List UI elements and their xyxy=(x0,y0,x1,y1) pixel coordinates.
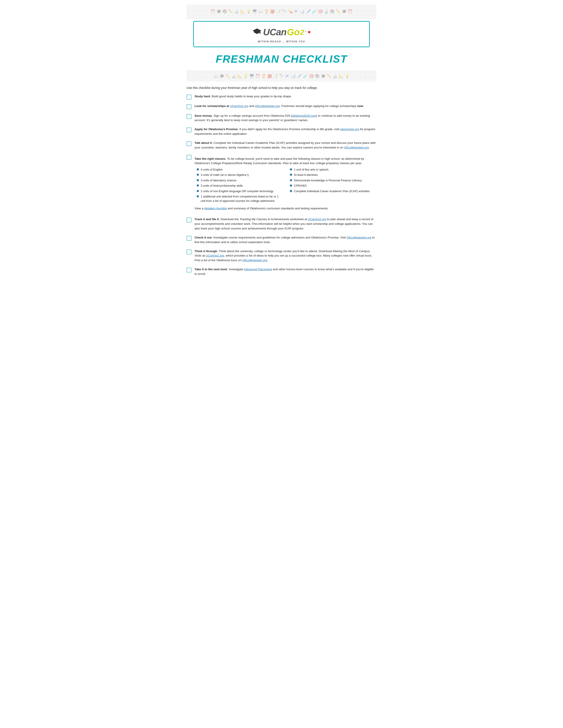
link-oklahoma529[interactable]: oklahoma529.com xyxy=(292,114,316,117)
logo-tagline: WITHIN REACH … WITHIN YOU xyxy=(198,40,365,43)
bullet-dot xyxy=(197,179,199,181)
list-item: 3 units of laboratory science xyxy=(197,178,283,183)
list-item: Demonstrate knowledge in Personal Financ… xyxy=(290,178,377,183)
bullet-dot xyxy=(290,179,292,181)
page-title-bar: FRESHMAN CHECKLIST xyxy=(186,49,377,71)
logo-go-text: Go xyxy=(287,25,300,39)
bullet-dot xyxy=(290,190,292,192)
checkbox-oklahoma-promise[interactable] xyxy=(186,128,191,132)
item-label-oklahoma-promise: Apply for Oklahoma's Promise xyxy=(194,128,238,131)
item-label-scholarships: Look for scholarships at xyxy=(194,104,230,108)
bullet-dot xyxy=(290,184,292,187)
header: ⏰ 🎓 📚 ✏️ 🔬 📐 💡 🖥️ 📖 🏆 🎒 📝 🔭 💊 ⚗️ 📊 🖊️ 🧪 … xyxy=(186,4,377,82)
logo-two-text: 2 xyxy=(300,27,304,38)
svg-point-3 xyxy=(259,33,261,34)
link-okcollegestart[interactable]: OKcollegestart.org xyxy=(255,104,280,108)
left-bullet-list: 4 units of English 3 units of math (at o… xyxy=(197,167,283,203)
link-okpromise[interactable]: okpromise.org xyxy=(340,128,359,131)
item-text-next-level: Take it to the next level. Investigate A… xyxy=(194,267,377,276)
svg-rect-2 xyxy=(260,31,260,33)
item-text-check-it-out: Check it out. Investigate course require… xyxy=(194,235,377,245)
list-item: 3 units of history/citizenship skills xyxy=(197,184,283,188)
logo-main: UCan Go 2 ™ xyxy=(198,25,365,39)
checklist-item-oklahoma-promise: Apply for Oklahoma's Promise. If you did… xyxy=(186,127,377,138)
checklist: Study hard. Build good study habits to k… xyxy=(186,94,377,278)
list-item: 3 units of math (at or above Algebra I) xyxy=(197,173,283,177)
doodle-bottom: 📖 🎓 ✏️ 🔬 📐 💡 🖥️ ⏰ 🏆 🎒 📝 🔭 ⚗️ 📊 🖊️ 🧪 🎯 📚 … xyxy=(186,71,377,82)
checkbox-study-hard[interactable] xyxy=(186,95,191,99)
checkbox-next-level[interactable] xyxy=(186,268,191,272)
doodle-top: ⏰ 🎓 📚 ✏️ 🔬 📐 💡 🖥️ 📖 🏆 🎒 📝 🔭 💊 ⚗️ 📊 🖊️ 🧪 … xyxy=(186,4,377,19)
checkbox-save-money[interactable] xyxy=(186,114,191,119)
item-text-right-classes: Take the right classes. To be college-bo… xyxy=(194,154,377,213)
bullet-dot xyxy=(290,174,292,176)
link-okcollegestart-check[interactable]: OKcollegestart.org xyxy=(347,236,371,239)
link-ucango2-track[interactable]: UCanGo2.org xyxy=(308,218,326,221)
checklist-item-think-it-through: Think it through. Think about the univer… xyxy=(186,249,377,264)
checkbox-right-classes[interactable] xyxy=(186,155,191,160)
checklist-item-right-classes: Take the right classes. To be college-bo… xyxy=(186,154,377,214)
logo-tm-text: ™ xyxy=(305,30,307,34)
item-text-save-money: Save money. Sign up for a college saving… xyxy=(194,114,377,123)
logo-box: UCan Go 2 ™ WITHIN REACH … WITHIN YOU xyxy=(193,21,370,47)
checklist-item-talk-about-it: Talk about it. Complete the Individual C… xyxy=(186,141,377,151)
doodle-icons-top: ⏰ 🎓 📚 ✏️ 🔬 📐 💡 🖥️ 📖 🏆 🎒 📝 🔭 💊 ⚗️ 📊 🖊️ 🧪 … xyxy=(210,9,352,15)
list-item: 4 units of English xyxy=(197,167,283,172)
intro-text: Use this checklist during your freshman … xyxy=(186,86,377,90)
bullet-dot xyxy=(197,174,199,176)
logo-dot xyxy=(308,31,311,33)
list-item: At least 6 electives xyxy=(290,173,377,177)
item-label-think-it-through: Think it through xyxy=(194,250,217,253)
classes-intro: Take the right classes. To be college-bo… xyxy=(194,157,377,166)
link-ucango2-think[interactable]: UCanGo2.org xyxy=(206,254,224,257)
checklist-item-study-hard: Study hard. Build good study habits to k… xyxy=(186,94,377,101)
item-text-oklahoma-promise: Apply for Oklahoma's Promise. If you did… xyxy=(194,127,377,136)
view-detailed-text: View a detailed checklist and summary of… xyxy=(194,206,377,211)
item-label-next-level: Take it to the next level xyxy=(194,268,227,271)
checkbox-track-it[interactable] xyxy=(186,218,191,222)
checklist-item-check-it-out: Check it out. Investigate course require… xyxy=(186,235,377,246)
list-item: 1 additional unit selected from competen… xyxy=(197,194,283,203)
graduation-cap-icon xyxy=(252,28,261,36)
item-label-right-classes: Take the right classes xyxy=(194,157,225,160)
item-text-think-it-through: Think it through. Think about the univer… xyxy=(194,249,377,263)
classes-section: Take the right classes. To be college-bo… xyxy=(194,157,377,211)
link-advanced-placement[interactable]: Advanced Placement xyxy=(244,268,272,271)
two-col-list: 4 units of English 3 units of math (at o… xyxy=(197,167,377,204)
checkbox-think-it-through[interactable] xyxy=(186,250,191,254)
item-label-talk-about-it: Talk about it xyxy=(194,141,212,144)
link-okcollegestart-icap[interactable]: OKcollegestart.org xyxy=(344,146,369,149)
doodle-icons-bottom: 📖 🎓 ✏️ 🔬 📐 💡 🖥️ ⏰ 🏆 🎒 📝 🔭 ⚗️ 📊 🖊️ 🧪 🎯 📚 … xyxy=(213,73,350,79)
checkbox-check-it-out[interactable] xyxy=(186,236,191,241)
checkbox-scholarships[interactable] xyxy=(186,104,191,109)
item-text-study-hard: Study hard. Build good study habits to k… xyxy=(194,94,377,99)
bullet-dot xyxy=(197,195,199,197)
checklist-item-next-level: Take it to the next level. Investigate A… xyxy=(186,267,377,278)
bullet-dot xyxy=(197,168,199,171)
item-label-study-hard: Study hard xyxy=(194,95,210,98)
right-bullet-list: 1 unit of fine arts or speech At least 6… xyxy=(290,167,377,193)
item-label-track-it: Track it and file it xyxy=(194,218,219,221)
list-item: Complete Individual Career Academic Plan… xyxy=(290,189,377,193)
checklist-item-track-it: Track it and file it. Download the Track… xyxy=(186,217,377,232)
logo-ucan-text: UCan xyxy=(263,25,287,39)
item-text-scholarships: Look for scholarships at UCanGo2.org and… xyxy=(194,104,377,109)
link-ucango2[interactable]: UCanGo2.org xyxy=(230,104,248,108)
checkbox-talk-about-it[interactable] xyxy=(186,141,191,146)
item-label-check-it-out: Check it out xyxy=(194,236,211,239)
item-label-save-money: Save money xyxy=(194,114,212,117)
bullet-dot xyxy=(197,190,199,192)
checklist-item-scholarships: Look for scholarships at UCanGo2.org and… xyxy=(186,104,377,111)
bullet-dot xyxy=(197,184,199,187)
item-text-track-it: Track it and file it. Download the Track… xyxy=(194,217,377,231)
bullet-col-left: 4 units of English 3 units of math (at o… xyxy=(197,167,283,204)
bullet-col-right: 1 unit of fine arts or speech At least 6… xyxy=(290,167,377,204)
list-item: CPR/AED xyxy=(290,184,377,188)
checklist-item-save-money: Save money. Sign up for a college saving… xyxy=(186,114,377,124)
list-item: 2 units of non-English language OR compu… xyxy=(197,189,283,193)
page-title: FRESHMAN CHECKLIST xyxy=(191,51,372,67)
list-item: 1 unit of fine arts or speech xyxy=(290,167,377,172)
link-okcollegestart-think[interactable]: OKcollegestart.org xyxy=(242,259,267,262)
link-detailed-checklist[interactable]: detailed checklist xyxy=(204,207,227,210)
item-text-talk-about-it: Talk about it. Complete the Individual C… xyxy=(194,141,377,150)
